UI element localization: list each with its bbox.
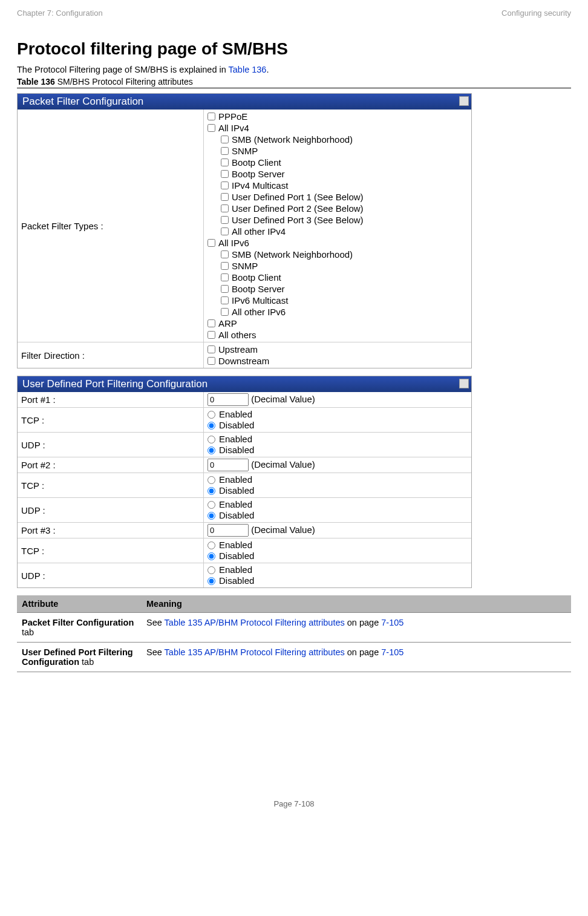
label-other6: All other IPv6 xyxy=(232,306,286,318)
checkbox-udp2[interactable] xyxy=(221,204,229,212)
port2-input[interactable] xyxy=(207,459,249,471)
attr1-rest: tab xyxy=(22,627,34,637)
label-disabled: Disabled xyxy=(219,420,254,431)
filter-direction-label: Filter Direction : xyxy=(18,342,204,368)
table-link[interactable]: Table 136 xyxy=(229,65,267,74)
checkbox-allipv4[interactable] xyxy=(207,124,215,132)
label-disabled: Disabled xyxy=(219,575,254,586)
radio-udp3-enabled[interactable] xyxy=(207,566,215,574)
m2-pre: See xyxy=(146,647,165,657)
m1-pre: See xyxy=(146,618,165,627)
tcp1-label: TCP : xyxy=(18,408,204,433)
page-footer: Page 7-108 xyxy=(17,799,571,808)
header-right: Configuring security xyxy=(501,8,571,18)
filter-types-label: Packet Filter Types : xyxy=(18,110,204,342)
label-disabled: Disabled xyxy=(219,551,254,561)
panel-title: Packet Filter Configuration xyxy=(22,96,143,107)
panel-header-2: User Defined Port Filtering Configuratio… xyxy=(18,376,471,392)
label-downstream: Downstream xyxy=(218,355,269,367)
radio-tcp3-enabled[interactable] xyxy=(207,541,215,549)
label-allipv4: All IPv4 xyxy=(218,122,249,134)
filter-types-values: PPPoE All IPv4 SMB (Network Neighborhood… xyxy=(204,110,472,342)
attr2-bold: User Defined Port Filtering Configuratio… xyxy=(22,647,133,667)
m2-page[interactable]: 7-105 xyxy=(381,647,403,657)
checkbox-udp3[interactable] xyxy=(221,216,229,224)
checkbox-snmp4[interactable] xyxy=(221,147,229,155)
checkbox-arp[interactable] xyxy=(207,319,215,327)
port3-input[interactable] xyxy=(207,524,249,537)
m2-link[interactable]: Table 135 AP/BHM Protocol Filtering attr… xyxy=(165,647,345,657)
radio-tcp2-disabled[interactable] xyxy=(207,487,215,495)
user-defined-port-panel: User Defined Port Filtering Configuratio… xyxy=(17,376,472,588)
checkbox-mcast6[interactable] xyxy=(221,296,229,304)
checkbox-udp1[interactable] xyxy=(221,193,229,201)
radio-tcp1-enabled[interactable] xyxy=(207,411,215,419)
label-udp1: User Defined Port 1 (See Below) xyxy=(232,191,364,203)
label-arp: ARP xyxy=(218,318,237,329)
port1-label: Port #1 : xyxy=(18,392,204,408)
minimize-icon[interactable] xyxy=(459,96,469,106)
page-title: Protocol filtering page of SM/BHS xyxy=(17,39,571,59)
radio-udp3-disabled[interactable] xyxy=(207,577,215,585)
label-bootps4: Bootp Server xyxy=(232,168,285,180)
label-udp3: User Defined Port 3 (See Below) xyxy=(232,214,364,226)
decimal-hint: (Decimal Value) xyxy=(251,459,315,469)
attr-cell-2: User Defined Port Filtering Configuratio… xyxy=(17,643,142,672)
checkbox-downstream[interactable] xyxy=(207,357,215,365)
radio-udp2-disabled[interactable] xyxy=(207,512,215,520)
checkbox-bootps4[interactable] xyxy=(221,170,229,178)
checkbox-allothers[interactable] xyxy=(207,331,215,339)
checkbox-smb4[interactable] xyxy=(221,136,229,143)
radio-tcp1-disabled[interactable] xyxy=(207,422,215,430)
caption-bold: Table 136 xyxy=(17,77,55,87)
label-disabled: Disabled xyxy=(219,485,254,496)
m1-link[interactable]: Table 135 AP/BHM Protocol Filtering attr… xyxy=(165,618,345,627)
label-enabled: Enabled xyxy=(219,434,252,445)
checkbox-other4[interactable] xyxy=(221,227,229,235)
m1-page[interactable]: 7-105 xyxy=(381,618,403,627)
intro-pre: The Protocol Filtering page of SM/BHS is… xyxy=(17,65,229,74)
tcp2-label: TCP : xyxy=(18,473,204,498)
label-snmp4: SNMP xyxy=(232,145,258,157)
decimal-hint: (Decimal Value) xyxy=(251,394,315,404)
caption-rest: SM/BHS Protocol Filtering attributes xyxy=(55,77,193,87)
checkbox-upstream[interactable] xyxy=(207,345,215,353)
udp2-label: UDP : xyxy=(18,498,204,523)
checkbox-allipv6[interactable] xyxy=(207,239,215,247)
minimize-icon[interactable] xyxy=(459,379,469,388)
label-enabled: Enabled xyxy=(219,564,252,575)
checkbox-other6[interactable] xyxy=(221,308,229,316)
port2-label: Port #2 : xyxy=(18,457,204,473)
tcp3-label: TCP : xyxy=(18,538,204,563)
checkbox-pppoe[interactable] xyxy=(207,113,215,120)
radio-tcp3-disabled[interactable] xyxy=(207,552,215,560)
th-meaning: Meaning xyxy=(142,595,571,613)
panel-title-2: User Defined Port Filtering Configuratio… xyxy=(22,378,207,390)
radio-udp1-disabled[interactable] xyxy=(207,447,215,454)
label-mcast6: IPv6 Multicast xyxy=(232,295,288,306)
label-upstream: Upstream xyxy=(218,344,258,355)
checkbox-bootpc4[interactable] xyxy=(221,159,229,166)
label-allipv6: All IPv6 xyxy=(218,237,249,249)
label-enabled: Enabled xyxy=(219,409,252,420)
checkbox-snmp6[interactable] xyxy=(221,262,229,270)
label-enabled: Enabled xyxy=(219,540,252,551)
checkbox-smb6[interactable] xyxy=(221,250,229,258)
meaning-cell-2: See Table 135 AP/BHM Protocol Filtering … xyxy=(142,643,571,672)
filter-direction-values: Upstream Downstream xyxy=(204,342,472,368)
label-allothers: All others xyxy=(218,329,256,341)
radio-tcp2-enabled[interactable] xyxy=(207,476,215,484)
panel-header: Packet Filter Configuration xyxy=(18,94,471,110)
checkbox-mcast4[interactable] xyxy=(221,182,229,189)
checkbox-bootpc6[interactable] xyxy=(221,273,229,281)
page-header: Chapter 7: Configuration Configuring sec… xyxy=(17,8,571,18)
udp3-label: UDP : xyxy=(18,563,204,588)
m1-mid: on page xyxy=(345,618,381,627)
attr2-rest: tab xyxy=(79,657,94,667)
port1-input[interactable] xyxy=(207,393,249,406)
label-enabled: Enabled xyxy=(219,499,252,510)
m2-mid: on page xyxy=(345,647,381,657)
radio-udp1-enabled[interactable] xyxy=(207,436,215,443)
checkbox-bootps6[interactable] xyxy=(221,285,229,293)
radio-udp2-enabled[interactable] xyxy=(207,501,215,509)
